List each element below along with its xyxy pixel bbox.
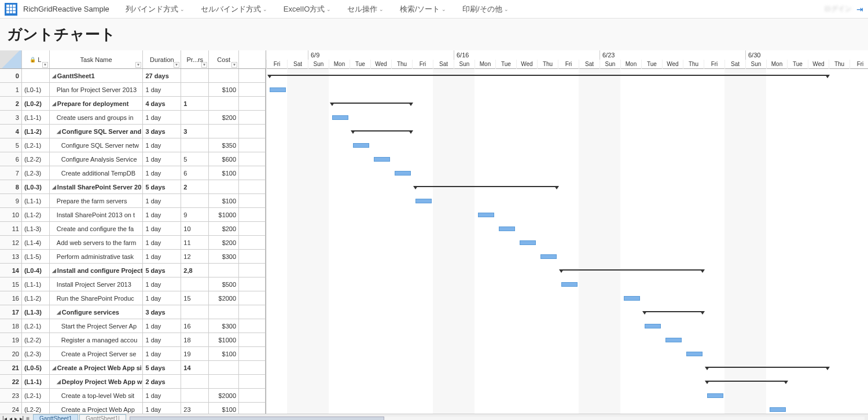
cell-duration[interactable]: 1 day (143, 83, 181, 96)
cell-pred[interactable]: 10 (181, 222, 209, 235)
cell-task[interactable]: ◢GanttSheet1 (50, 69, 144, 82)
cell-duration[interactable]: 2 days (143, 375, 181, 388)
gantt-task-bar[interactable] (707, 393, 723, 398)
cell-task[interactable]: Create a Project Server se (50, 347, 144, 360)
gantt-task-bar[interactable] (478, 213, 494, 217)
gantt-summary-bar[interactable] (707, 381, 786, 382)
table-row[interactable]: 17(L1-3)◢Configure services3 days (0, 305, 266, 319)
table-row[interactable]: 13(L1-5)Perform administrative task1 day… (0, 250, 266, 264)
gantt-row[interactable] (266, 375, 868, 389)
cell-duration[interactable]: 1 day (143, 291, 181, 305)
cell-task[interactable]: Create a top-level Web sit (50, 389, 144, 402)
gantt-row[interactable] (266, 236, 868, 250)
cell-duration[interactable]: 1 day (143, 222, 181, 235)
cell-cost[interactable]: $100 (209, 347, 239, 360)
cell-duration[interactable]: 1 day (143, 277, 181, 291)
cell-pred[interactable]: 16 (181, 319, 209, 333)
cell-duration[interactable]: 3 days (143, 125, 181, 138)
gantt-task-bar[interactable] (270, 87, 286, 92)
cell-pred[interactable] (181, 194, 209, 207)
cell-cost[interactable]: $200 (209, 222, 239, 235)
cell-cost[interactable]: $350 (209, 138, 239, 152)
nav-next-icon[interactable]: ▸ (14, 415, 18, 420)
gantt-row[interactable] (266, 250, 868, 264)
menu-item[interactable]: ExcelIO方式⌄ (284, 4, 332, 14)
sheet-tab-active[interactable]: GanttSheet1 (33, 414, 78, 420)
collapse-icon[interactable]: ◢ (52, 268, 56, 273)
gantt-task-bar[interactable] (499, 227, 515, 231)
cell-cost[interactable] (209, 305, 239, 319)
table-row[interactable]: 19(L2-2)Register a managed accou1 day18$… (0, 333, 266, 347)
cell-cost[interactable]: $2000 (209, 291, 239, 305)
cell-pred[interactable]: 6 (181, 166, 209, 180)
cell-pred[interactable]: 2,8 (181, 264, 209, 277)
gantt-body[interactable] (266, 69, 868, 414)
col-cost[interactable]: Cost▾ (209, 50, 239, 68)
cell-cost[interactable]: $100 (209, 194, 239, 207)
nav-prev-icon[interactable]: ◂ (9, 415, 13, 420)
gantt-summary-bar[interactable] (645, 311, 703, 312)
cell-cost[interactable] (209, 361, 239, 374)
cell-pred[interactable]: 2 (181, 180, 209, 193)
table-row[interactable]: 24(L2-2)Create a Project Web App1 day23$… (0, 403, 266, 414)
cell-task[interactable]: Run the SharePoint Produc (50, 291, 144, 305)
gantt-summary-bar[interactable] (270, 75, 827, 76)
gantt-task-bar[interactable] (624, 296, 640, 301)
gantt-row[interactable] (266, 361, 868, 375)
gantt-task-bar[interactable] (520, 240, 536, 245)
user-label[interactable]: ログイン (824, 4, 852, 14)
table-row[interactable]: 21(L0-5)◢Create a Project Web App si5 da… (0, 361, 266, 375)
cell-duration[interactable]: 1 day (143, 347, 181, 360)
cell-task[interactable]: ◢Install SharePoint Server 20 (50, 180, 144, 193)
gantt-row[interactable] (266, 319, 868, 333)
cell-cost[interactable] (209, 97, 239, 110)
cell-duration[interactable]: 1 day (143, 236, 181, 249)
collapse-icon[interactable]: ◢ (52, 101, 56, 107)
cell-task[interactable]: Prepare the farm servers (50, 194, 144, 207)
gantt-summary-bar[interactable] (707, 367, 827, 368)
cell-pred[interactable] (181, 375, 209, 388)
gantt-chart[interactable]: FriSatSunMonTueWedThuFriSatSunMonTueWedT… (266, 50, 868, 414)
table-row[interactable]: 18(L2-1)Start the Project Server Ap1 day… (0, 319, 266, 333)
cell-task[interactable]: Perform administrative task (50, 250, 144, 263)
logout-icon[interactable]: ⇥ (856, 5, 863, 14)
cell-task[interactable]: ◢Prepare for deployment (50, 97, 144, 110)
cell-pred[interactable]: 19 (181, 347, 209, 360)
table-row[interactable]: 16(L1-2)Run the SharePoint Produc1 day15… (0, 291, 266, 305)
cell-cost[interactable]: $500 (209, 277, 239, 291)
cell-cost[interactable]: $100 (209, 83, 239, 96)
gantt-row[interactable] (266, 222, 868, 236)
table-row[interactable]: 3(L1-1)Create users and groups in1 day$2… (0, 111, 266, 125)
cell-task[interactable]: Create users and groups in (50, 111, 144, 124)
cell-duration[interactable]: 1 day (143, 333, 181, 346)
cell-task[interactable]: Create and configure the fa (50, 222, 144, 235)
filter-icon[interactable]: ▾ (42, 62, 48, 68)
table-row[interactable]: 14(L0-4)◢Install and configure Project5 … (0, 264, 266, 277)
col-predecessors[interactable]: Pr...rs▾ (181, 50, 209, 68)
cell-pred[interactable] (181, 83, 209, 96)
gantt-row[interactable] (266, 152, 868, 166)
gantt-row[interactable] (266, 180, 868, 194)
cell-task[interactable]: Create a Project Web App (50, 403, 144, 414)
gantt-task-bar[interactable] (645, 324, 661, 328)
gantt-summary-bar[interactable] (415, 186, 557, 187)
sheet-tab-inactive[interactable]: GanttSheet1| (79, 414, 126, 420)
task-grid[interactable]: 🔒 L▾ Task Name▾ Duration▾ Pr...rs▾ Cost▾… (0, 50, 266, 414)
gantt-row[interactable] (266, 347, 868, 361)
cell-cost[interactable]: $100 (209, 403, 239, 414)
table-row[interactable]: 22(L1-1)◢Deploy Project Web App w2 days (0, 375, 266, 389)
gantt-summary-bar[interactable] (353, 130, 411, 132)
menu-item[interactable]: 印刷/その他⌄ (462, 4, 509, 14)
gantt-task-bar[interactable] (540, 254, 557, 259)
cell-pred[interactable] (181, 111, 209, 124)
cell-task[interactable]: ◢Configure services (50, 305, 144, 319)
filter-icon[interactable]: ▾ (201, 62, 207, 68)
cell-pred[interactable]: 11 (181, 236, 209, 249)
gantt-task-bar[interactable] (395, 171, 411, 176)
sheet-list-icon[interactable]: ≡ (25, 415, 30, 420)
table-row[interactable]: 15(L1-1)Install Project Server 20131 day… (0, 277, 266, 291)
cell-cost[interactable] (209, 264, 239, 277)
cell-duration[interactable]: 1 day (143, 166, 181, 180)
gantt-task-bar[interactable] (770, 407, 786, 412)
cell-pred[interactable]: 14 (181, 361, 209, 374)
